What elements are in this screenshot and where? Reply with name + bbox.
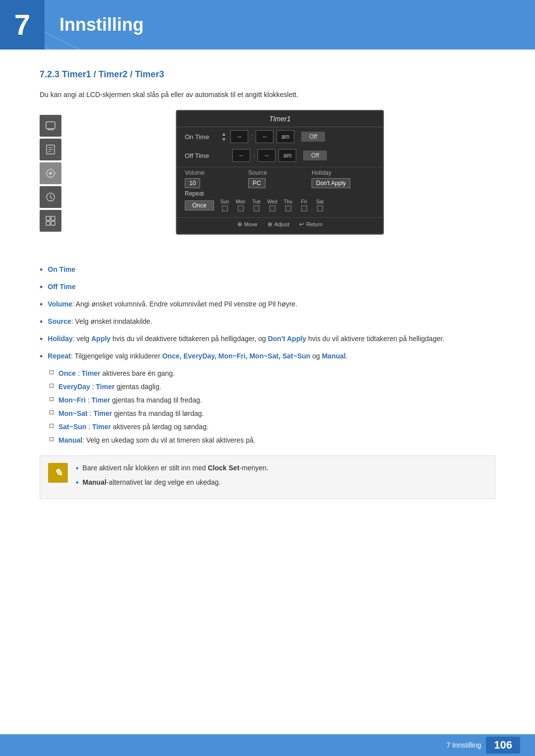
day-sun-checkbox[interactable] bbox=[222, 205, 228, 211]
repeat-end: . bbox=[346, 352, 348, 360]
sub-everyday-text: EveryDay : Timer gjentas daglig. bbox=[58, 382, 161, 392]
note-pre-1: Bare aktivert når klokken er stilt inn m… bbox=[83, 464, 208, 472]
day-wed-checkbox[interactable] bbox=[269, 205, 275, 211]
day-thu-checkbox[interactable] bbox=[285, 205, 291, 211]
day-tue-checkbox[interactable] bbox=[254, 205, 260, 211]
day-fri-checkbox[interactable] bbox=[301, 205, 307, 211]
manual-keyword-note: Manual bbox=[83, 478, 107, 486]
off-time-off-button[interactable]: Off bbox=[303, 151, 327, 160]
on-time-hour[interactable]: -- bbox=[230, 130, 248, 143]
sub-bullet-monsat: Mon~Sat : Timer gjentas fra mandag til l… bbox=[50, 408, 495, 419]
holiday-keyword: Holiday bbox=[48, 335, 73, 343]
on-time-keyword: On Time bbox=[48, 265, 75, 273]
svg-rect-17 bbox=[46, 221, 50, 225]
sub-bullet-square-6 bbox=[50, 437, 54, 441]
holiday-bullet-text: Holiday: velg Apply hvis du vil deaktive… bbox=[48, 334, 444, 344]
on-time-bullet-text: On Time bbox=[48, 264, 75, 275]
sub-manual-keyword: Manual bbox=[58, 436, 82, 444]
volume-label: Volume bbox=[185, 169, 248, 176]
footer-page-number: 106 bbox=[486, 737, 520, 754]
bottom-move: ⊕ Move bbox=[237, 221, 258, 228]
sub-monfri-colon: : bbox=[86, 396, 92, 404]
bottom-return-label: Return bbox=[306, 221, 322, 227]
sub-monsat-rest: gjentas fra mandag til lørdag. bbox=[112, 409, 204, 417]
note-icon-symbol: ✎ bbox=[54, 467, 62, 479]
sub-once-timer: Timer bbox=[82, 369, 101, 377]
day-mon: Mon bbox=[233, 199, 249, 211]
sub-once-keyword: Once bbox=[58, 369, 76, 377]
sub-monfri-timer: Timer bbox=[92, 396, 110, 404]
sub-once-text: Once : Timer aktiveres bare én gang. bbox=[58, 368, 175, 379]
sub-satsun-text: Sat~Sun : Timer aktiveres på lørdag og s… bbox=[58, 422, 209, 432]
header-banner: 7 Innstilling bbox=[0, 0, 535, 50]
off-time-minute[interactable]: -- bbox=[258, 149, 275, 162]
sub-monsat-text: Mon~Sat : Timer gjentas fra mandag til l… bbox=[58, 408, 204, 419]
note-item-2: • Manual-alternativet lar deg velge en u… bbox=[76, 477, 487, 489]
description-text: Du kan angi at LCD-skjermen skal slås på… bbox=[40, 90, 495, 100]
sub-bullet-square-3 bbox=[50, 397, 54, 401]
on-time-minute[interactable]: -- bbox=[256, 130, 273, 143]
holiday-end: hvis du vil aktivere tidtakeren på helli… bbox=[306, 335, 444, 343]
sub-bullet-everyday: EveryDay : Timer gjentas daglig. bbox=[50, 382, 495, 392]
dont-apply-keyword: Don't Apply bbox=[268, 335, 306, 343]
holiday-label: Holiday bbox=[312, 169, 375, 176]
sidebar-icon-3[interactable] bbox=[40, 162, 61, 184]
sub-everyday-timer: Timer bbox=[96, 383, 115, 391]
day-fri-label: Fri bbox=[301, 199, 307, 204]
day-thu-label: Thu bbox=[284, 199, 292, 204]
bullet-source: • Source: Velg ønsket inndatakilde. bbox=[40, 316, 495, 329]
bullet-dot-2: • bbox=[40, 281, 43, 294]
sub-once-rest: aktiveres bare én gang. bbox=[101, 369, 175, 377]
repeat-og: og bbox=[310, 352, 321, 360]
bottom-adjust: ⊕ Adjust bbox=[268, 221, 290, 228]
move-icon: ⊕ bbox=[237, 221, 242, 228]
repeat-bullet-text: Repeat: Tilgjengelige valg inkluderer On… bbox=[48, 351, 348, 361]
repeat-section: Repeat Once Sun Mon Tue bbox=[177, 188, 383, 213]
day-wed: Wed bbox=[265, 199, 280, 211]
sub-satsun-timer: Timer bbox=[92, 423, 111, 431]
on-time-ampm[interactable]: am bbox=[276, 130, 294, 143]
repeat-once-button[interactable]: Once bbox=[185, 201, 214, 210]
holiday-mid: hvis du vil deaktivere tidtakeren på hel… bbox=[110, 335, 268, 343]
bullet-volume: • Volume: Angi ønsket volumnivå. Endre v… bbox=[40, 299, 495, 311]
sidebar-icon-5[interactable] bbox=[40, 210, 61, 232]
off-time-hour[interactable]: -- bbox=[232, 149, 250, 162]
bullet-list: • On Time • Off Time • Volume: Angi ønsk… bbox=[40, 264, 495, 363]
sub-bullet-square-5 bbox=[50, 424, 54, 428]
return-icon: ↩ bbox=[299, 221, 304, 228]
note-content: • Bare aktivert når klokken er stilt inn… bbox=[76, 463, 487, 492]
sidebar-icon-2[interactable] bbox=[40, 139, 61, 160]
svg-rect-15 bbox=[46, 216, 50, 220]
source-label: Source bbox=[248, 169, 312, 176]
day-sat-checkbox[interactable] bbox=[317, 205, 323, 211]
source-bullet-text: Source: Velg ønsket inndatakilde. bbox=[48, 316, 152, 327]
day-mon-checkbox[interactable] bbox=[238, 205, 244, 211]
holiday-value[interactable]: Don't Apply bbox=[312, 178, 350, 188]
off-time-row: Off Time -- : -- am Off bbox=[177, 146, 383, 165]
timer-settings-row: Volume 10 Source PC Holiday Don't Apply bbox=[177, 169, 383, 188]
note-text-1: Bare aktivert når klokken er stilt inn m… bbox=[83, 463, 268, 473]
bottom-move-label: Move bbox=[244, 221, 258, 227]
footer: 7 Innstilling 106 bbox=[0, 734, 535, 756]
sidebar-icon-4[interactable] bbox=[40, 186, 61, 208]
sidebar-icon-1[interactable] bbox=[40, 115, 61, 137]
sub-monsat-keyword: Mon~Sat bbox=[58, 409, 88, 417]
on-time-off-button[interactable]: Off bbox=[301, 132, 325, 142]
timer-bottom-bar: ⊕ Move ⊕ Adjust ↩ Return bbox=[177, 217, 383, 228]
bullet-dot-4: • bbox=[40, 315, 43, 329]
section-heading: 7.2.3 Timer1 / Timer2 / Timer3 bbox=[40, 69, 495, 80]
note-item-1: • Bare aktivert når klokken er stilt inn… bbox=[76, 463, 487, 474]
svg-rect-16 bbox=[51, 216, 55, 220]
sub-bullet-list: Once : Timer aktiveres bare én gang. Eve… bbox=[50, 368, 495, 446]
bullet-dot-1: • bbox=[40, 263, 43, 277]
sub-monfri-text: Mon~Fri : Timer gjentas fra mandag til f… bbox=[58, 395, 202, 405]
timer-area-wrapper: Timer1 On Time ▲ ▼ -- : -- am Off Off Ti… bbox=[40, 110, 495, 250]
sub-bullet-manual: Manual: Velg en ukedag som du vil at tim… bbox=[50, 435, 495, 446]
day-tue-label: Tue bbox=[252, 199, 261, 204]
day-sat: Sat bbox=[312, 199, 328, 211]
volume-value[interactable]: 10 bbox=[185, 178, 200, 188]
source-value[interactable]: PC bbox=[248, 178, 266, 188]
volume-col: Volume 10 bbox=[185, 169, 248, 188]
off-time-ampm[interactable]: am bbox=[278, 149, 296, 162]
adjust-icon: ⊕ bbox=[268, 221, 272, 228]
